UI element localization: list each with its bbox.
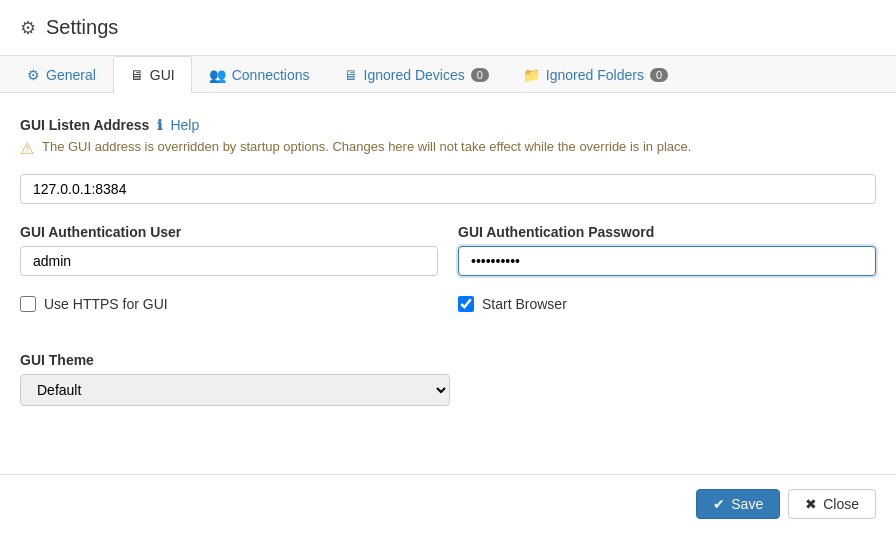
close-button[interactable]: ✖ Close	[788, 489, 876, 519]
gui-content: GUI Listen Address ℹ Help ⚠ The GUI addr…	[0, 93, 896, 450]
auth-password-group: GUI Authentication Password	[458, 224, 876, 276]
ignored-devices-icon: 🖥	[344, 67, 358, 83]
listen-address-group: GUI Listen Address ℹ Help ⚠ The GUI addr…	[20, 117, 876, 204]
auth-user-input[interactable]	[20, 246, 438, 276]
start-browser-checkbox[interactable]	[458, 296, 474, 312]
start-browser-group: Start Browser	[458, 296, 876, 312]
tab-ignored-devices[interactable]: 🖥 Ignored Devices 0	[327, 56, 506, 93]
listen-address-input[interactable]	[20, 174, 876, 204]
tabs-bar: ⚙ General 🖥 GUI 👥 Connections 🖥 Ignored …	[0, 56, 896, 93]
theme-select[interactable]: Default Dark Light	[20, 374, 450, 406]
warning-icon: ⚠	[20, 139, 34, 158]
save-label: Save	[731, 496, 763, 512]
warning-text: The GUI address is overridden by startup…	[42, 139, 691, 154]
auth-fields-row: GUI Authentication User GUI Authenticati…	[20, 224, 876, 276]
tab-connections-label: Connections	[232, 67, 310, 83]
theme-group: GUI Theme Default Dark Light	[20, 352, 876, 406]
use-https-group: Use HTTPS for GUI	[20, 296, 438, 312]
close-label: Close	[823, 496, 859, 512]
save-button[interactable]: ✔ Save	[696, 489, 780, 519]
tab-ignored-folders[interactable]: 📁 Ignored Folders 0	[506, 56, 685, 93]
ignored-folders-icon: 📁	[523, 67, 540, 83]
start-browser-label: Start Browser	[482, 296, 567, 312]
connections-icon: 👥	[209, 67, 226, 83]
page-title: Settings	[46, 16, 118, 39]
tab-general[interactable]: ⚙ General	[10, 56, 113, 93]
page-header: ⚙ Settings	[0, 0, 896, 56]
listen-address-label-row: GUI Listen Address ℹ Help	[20, 117, 876, 133]
close-icon: ✖	[805, 496, 817, 512]
ignored-folders-badge: 0	[650, 68, 668, 82]
auth-user-label: GUI Authentication User	[20, 224, 438, 240]
tab-connections[interactable]: 👥 Connections	[192, 56, 327, 93]
help-link[interactable]: Help	[170, 117, 199, 133]
help-icon: ℹ	[157, 117, 162, 133]
save-icon: ✔	[713, 496, 725, 512]
checkboxes-row: Use HTTPS for GUI Start Browser	[20, 296, 876, 332]
tab-ignored-folders-label: Ignored Folders	[546, 67, 644, 83]
theme-label: GUI Theme	[20, 352, 876, 368]
auth-password-label: GUI Authentication Password	[458, 224, 876, 240]
ignored-devices-badge: 0	[471, 68, 489, 82]
footer: ✔ Save ✖ Close	[0, 474, 896, 533]
auth-password-input[interactable]	[458, 246, 876, 276]
listen-address-label: GUI Listen Address	[20, 117, 149, 133]
gear-icon: ⚙	[20, 17, 36, 39]
use-https-checkbox[interactable]	[20, 296, 36, 312]
gui-icon: 🖥	[130, 67, 144, 83]
auth-user-group: GUI Authentication User	[20, 224, 438, 276]
general-icon: ⚙	[27, 67, 40, 83]
use-https-label: Use HTTPS for GUI	[44, 296, 168, 312]
tab-gui-label: GUI	[150, 67, 175, 83]
tab-general-label: General	[46, 67, 96, 83]
warning-box: ⚠ The GUI address is overridden by start…	[20, 139, 876, 158]
tab-gui[interactable]: 🖥 GUI	[113, 56, 192, 93]
tab-ignored-devices-label: Ignored Devices	[364, 67, 465, 83]
